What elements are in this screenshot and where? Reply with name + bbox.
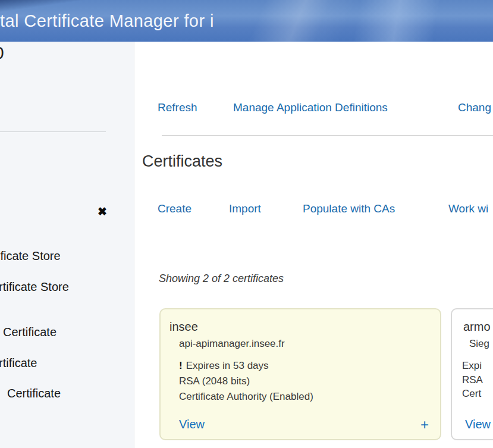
- view-link[interactable]: View: [465, 418, 491, 431]
- certificate-expiry-text: Expi: [462, 360, 482, 372]
- toolbar-divider: [162, 135, 493, 136]
- certificate-name: armo: [463, 320, 491, 334]
- sidebar-item-certificate-store-2[interactable]: rtificate Store: [0, 280, 69, 293]
- sidebar-divider: [0, 131, 106, 132]
- app-title: tal Certificate Manager for i: [0, 11, 214, 31]
- change-link[interactable]: Chang: [458, 101, 491, 114]
- certificate-card-armo: armo Sieg Expi RSA Cert View: [451, 308, 493, 440]
- certificate-key-info: RSA (2048 bits): [179, 375, 250, 387]
- sidebar-item-certificate-store-1[interactable]: ificate Store: [0, 249, 61, 262]
- import-link[interactable]: Import: [229, 202, 261, 215]
- refresh-link[interactable]: Refresh: [158, 101, 197, 114]
- main-content: Refresh Manage Application Definitions C…: [134, 42, 493, 448]
- certificate-card-insee: insee api-apimanager.insee.fr !Expires i…: [159, 308, 441, 440]
- app-header: tal Certificate Manager for i: [0, 0, 493, 42]
- close-icon[interactable]: ✖: [98, 206, 107, 217]
- sidebar-item-certificate-2[interactable]: rtificate: [0, 356, 37, 369]
- page-title: Certificates: [142, 152, 222, 171]
- certificate-type-info: Cert: [462, 388, 481, 400]
- certificates-count-summary: Showing 2 of 2 certificates: [159, 272, 284, 285]
- sidebar-item-certificate-1[interactable]: Certificate: [3, 325, 56, 339]
- certificate-common-name: api-apimanager.insee.fr: [179, 338, 285, 350]
- populate-with-cas-link[interactable]: Populate with CAs: [303, 202, 395, 215]
- work-with-link[interactable]: Work wi: [448, 202, 488, 215]
- manage-application-definitions-link[interactable]: Manage Application Definitions: [233, 101, 388, 114]
- certificate-type-info: Certificate Authority (Enabled): [179, 391, 313, 403]
- certificate-common-name: Sieg: [469, 338, 489, 350]
- warning-icon: !: [179, 360, 183, 371]
- sidebar-system-label: 0: [0, 43, 4, 63]
- certificate-expiry-text: Expires in 53 days: [186, 360, 269, 371]
- create-link[interactable]: Create: [158, 202, 191, 215]
- certificate-expiry: !Expires in 53 days: [179, 360, 269, 372]
- certificate-key-info: RSA: [462, 374, 483, 386]
- expand-icon[interactable]: +: [420, 418, 429, 432]
- sidebar-item-certificate-3[interactable]: Certificate: [7, 387, 61, 400]
- certificate-name: insee: [169, 320, 198, 334]
- sidebar: 0 ✖ ificate Store rtificate Store Certif…: [0, 42, 134, 448]
- view-link[interactable]: View: [179, 418, 205, 431]
